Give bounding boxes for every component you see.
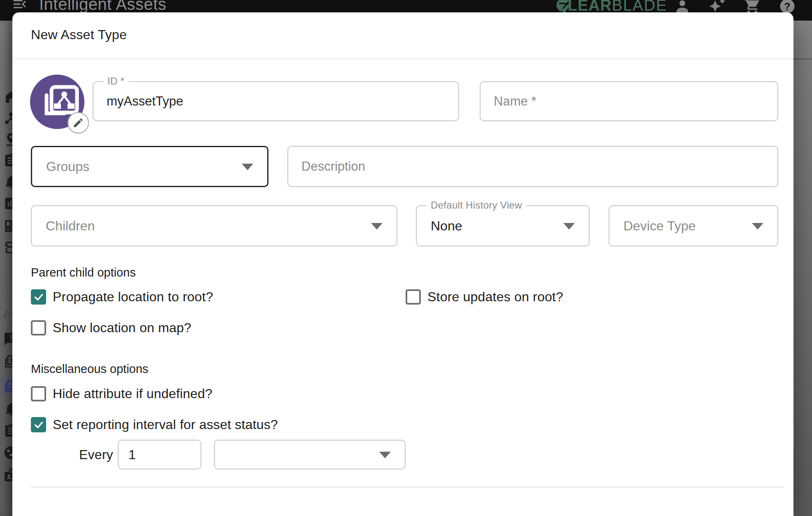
interval-value-input[interactable] [119, 441, 201, 469]
divider [31, 487, 784, 488]
dashboard-icon[interactable] [3, 218, 12, 234]
divider [12, 59, 793, 59]
description-input[interactable] [288, 147, 777, 186]
misc-options-heading: Miscellaneous options [31, 362, 148, 376]
badge-icon[interactable] [3, 467, 12, 483]
pencil-icon [72, 117, 84, 129]
id-field[interactable]: ID * [93, 81, 459, 121]
every-label: Every [79, 447, 113, 462]
svg-text:?: ? [784, 1, 791, 12]
bell-icon[interactable] [3, 401, 12, 417]
hide-attribute-label[interactable]: Hide attribute if undefined? [53, 386, 212, 401]
store-updates-label[interactable]: Store updates on root? [427, 289, 563, 305]
backdrop-line [793, 59, 812, 59]
clipboard-icon[interactable] [3, 153, 12, 168]
parent-child-options-heading: Parent child options [31, 266, 136, 279]
children-select-label: Children [46, 206, 95, 246]
chevron-down-icon [242, 164, 253, 170]
show-location-label[interactable]: Show location on map? [53, 320, 191, 335]
dialog-title: New Asset Type [31, 27, 127, 42]
children-select[interactable]: Children [31, 205, 397, 246]
device-type-select-label: Device Type [623, 206, 696, 246]
edit-avatar-button[interactable] [68, 112, 89, 134]
name-field[interactable] [480, 81, 778, 121]
default-history-view-value: None [431, 206, 462, 246]
description-field[interactable] [287, 146, 778, 187]
default-history-view-select[interactable]: Default History View None [416, 205, 590, 246]
store-icon[interactable] [3, 240, 12, 255]
clipboard-icon[interactable] [3, 423, 12, 439]
collections-asset-icon[interactable] [3, 379, 12, 394]
hub-icon[interactable] [3, 110, 12, 126]
show-location-checkbox[interactable] [31, 320, 46, 335]
bell-icon[interactable] [3, 174, 12, 190]
hide-attribute-checkbox[interactable] [31, 386, 46, 401]
name-input[interactable] [481, 82, 777, 120]
chevron-down-icon [752, 223, 763, 230]
groups-select[interactable]: Groups [31, 146, 268, 187]
sidebar-nav: Ad [0, 21, 12, 516]
interval-value-field[interactable] [118, 440, 201, 469]
check-icon [33, 419, 45, 431]
sidebar-section-admin: Ad [3, 308, 12, 321]
check-icon [33, 291, 45, 303]
chevron-down-icon [379, 452, 391, 458]
store-updates-checkbox[interactable] [406, 289, 421, 305]
new-asset-type-dialog: New Asset Type ID * Groups Children [12, 12, 793, 516]
menu-open-icon[interactable] [12, 0, 28, 12]
chevron-down-icon [563, 223, 575, 230]
interval-unit-select[interactable] [214, 440, 406, 469]
propagate-location-checkbox[interactable] [31, 289, 46, 305]
id-input[interactable] [93, 82, 458, 120]
reporting-interval-checkbox[interactable] [31, 417, 46, 432]
device-type-select[interactable]: Device Type [609, 205, 778, 246]
chevron-down-icon [371, 223, 383, 230]
chat-alert-icon[interactable] [3, 331, 12, 347]
backdrop-right [793, 21, 812, 516]
app-title: Intelligent Assets [39, 0, 166, 14]
groups-select-label: Groups [46, 147, 89, 186]
home-icon[interactable] [3, 89, 12, 105]
group-work-icon[interactable] [3, 445, 12, 460]
propagate-location-label[interactable]: Propagate location to root? [53, 289, 213, 305]
pin-drop-icon[interactable] [3, 132, 12, 147]
collections-pin-icon[interactable] [3, 354, 12, 369]
reporting-interval-label[interactable]: Set reporting interval for asset status? [53, 417, 278, 432]
chart-icon[interactable] [3, 196, 12, 211]
